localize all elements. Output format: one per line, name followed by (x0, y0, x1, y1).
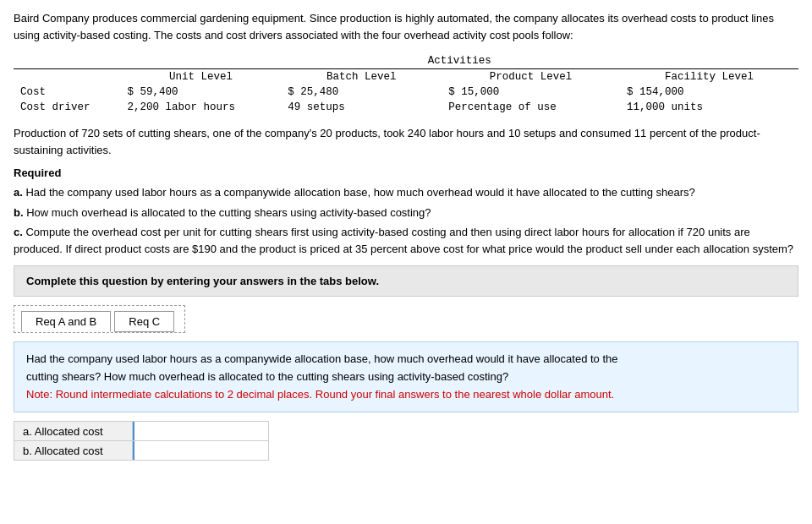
row-batch: 49 setups (281, 100, 442, 115)
questions-list: a. Had the company used labor hours as a… (14, 184, 798, 257)
col-unit-header: Unit Level (121, 69, 282, 85)
question-a: a. Had the company used labor hours as a… (14, 184, 798, 201)
input-row-b: b. Allocated cost (14, 441, 269, 461)
question-text-a: Had the company used labor hours as a co… (23, 186, 695, 199)
question-c: c. Compute the overhead cost per unit fo… (14, 224, 798, 257)
row-facility: 11,000 units (620, 100, 798, 115)
required-title: Required (14, 166, 798, 179)
question-bold-b: b. (14, 206, 24, 219)
input-cell-b (133, 441, 269, 461)
tab-req-ab[interactable]: Req A and B (21, 311, 111, 332)
tab-req-c[interactable]: Req C (114, 311, 174, 332)
question-text-c: Compute the overhead cost per unit for c… (14, 226, 793, 255)
row-facility: $ 154,000 (620, 85, 798, 100)
row-unit: 2,200 labor hours (121, 100, 282, 115)
input-field-b[interactable] (133, 441, 268, 460)
question-text-b: How much overhead is allocated to the cu… (24, 206, 431, 219)
table-row: Cost driver 2,200 labor hours 49 setups … (14, 100, 798, 115)
row-batch: $ 25,480 (281, 85, 442, 100)
row-label: Cost driver (14, 100, 121, 115)
input-table: a. Allocated cost b. Allocated cost (14, 421, 269, 461)
col-facility-header: Facility Level (620, 69, 798, 85)
activities-header: Activities (121, 53, 798, 69)
answer-question-line2: cutting shears? How much overhead is all… (26, 368, 786, 386)
question-bold-c: c. (14, 226, 23, 238)
answer-note: Note: Round intermediate calculations to… (26, 386, 786, 404)
input-field-a[interactable] (133, 422, 268, 440)
col-product-header: Product Level (442, 69, 620, 85)
question-b: b. How much overhead is allocated to the… (14, 205, 798, 221)
row-product: Percentage of use (442, 100, 620, 115)
input-label-b: b. Allocated cost (14, 441, 133, 461)
answer-question-line1: Had the company used labor hours as a co… (26, 351, 786, 368)
input-cell-a (133, 422, 269, 441)
input-row-a: a. Allocated cost (14, 422, 269, 441)
required-section: Required a. Had the company used labor h… (14, 166, 798, 257)
activities-table: Activities Unit Level Batch Level Produc… (14, 53, 798, 115)
tabs-container: Req A and BReq C (14, 305, 185, 333)
table-row: Cost $ 59,400 $ 25,480 $ 15,000 $ 154,00… (14, 85, 798, 100)
row-label: Cost (14, 85, 121, 100)
question-bold-a: a. (14, 186, 23, 199)
row-unit: $ 59,400 (121, 85, 282, 100)
row-product: $ 15,000 (442, 85, 620, 100)
col-batch-header: Batch Level (281, 69, 442, 85)
intro-paragraph: Baird Company produces commercial garden… (14, 10, 798, 43)
answer-section: Had the company used labor hours as a co… (14, 341, 798, 412)
complete-box: Complete this question by entering your … (14, 265, 798, 297)
input-label-a: a. Allocated cost (14, 422, 133, 441)
production-text: Production of 720 sets of cutting shears… (14, 125, 798, 158)
